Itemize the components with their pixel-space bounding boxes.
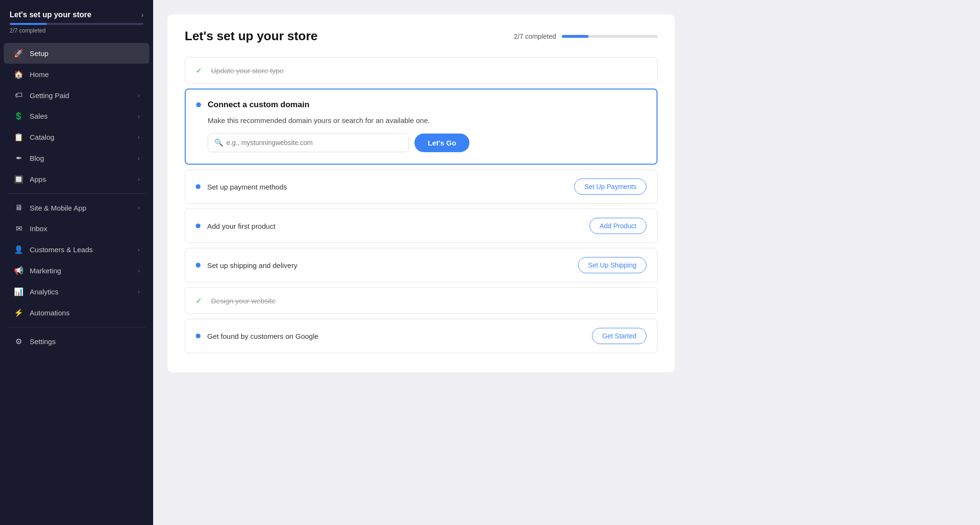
automations-icon: ⚡ [13,308,24,317]
domain-input[interactable] [208,133,409,152]
sidebar-item-label-analytics: Analytics [30,288,138,296]
domain-input-wrap: 🔍 [208,133,409,152]
sidebar-item-getting-paid[interactable]: 🏷 Getting Paid › [4,85,149,105]
task-label-custom-domain: Connect a custom domain [208,100,310,110]
sidebar-item-customers-leads[interactable]: 👤 Customers & Leads › [4,239,149,260]
task-item-first-product: Add your first product Add Product [185,209,657,243]
sidebar-progress-label: 2/7 completed [10,27,144,34]
task-label-shipping: Set up shipping and delivery [207,261,297,269]
card-header: Let's set up your store 2/7 completed [185,29,657,44]
nav-divider [8,193,145,194]
task-left-payment: Set up payment methods [196,183,287,191]
task-btn-payment[interactable]: Set Up Payments [574,179,646,195]
task-left-shipping: Set up shipping and delivery [196,261,297,269]
settings-icon: ⚙ [13,337,24,346]
sidebar-item-label-home: Home [30,70,140,78]
task-item-google: Get found by customers on Google Get Sta… [185,319,657,353]
inbox-icon: ✉ [13,224,24,233]
sidebar-item-label-settings: Settings [30,337,140,346]
card-progress: 2/7 completed [514,33,657,40]
sidebar-item-label-marketing: Marketing [30,267,138,275]
task-dot-shipping [196,263,200,268]
sidebar-item-analytics[interactable]: 📊 Analytics › [4,281,149,302]
task-btn-shipping[interactable]: Set Up Shipping [578,257,646,273]
task-label-design: Design your website [211,297,276,305]
home-icon: 🏠 [13,70,24,79]
card-progress-fill [562,35,589,38]
sidebar-setup-header[interactable]: Let's set up your store › 2/7 completed [0,0,153,39]
sidebar-item-home[interactable]: 🏠 Home [4,64,149,85]
tasks-list: ✓ Update your store type Connect a custo… [185,57,657,353]
chevron-icon-analytics: › [138,289,140,295]
sidebar-item-sales[interactable]: 💲 Sales › [4,106,149,126]
task-dot-payment [196,184,200,189]
sidebar-progress-bar [10,23,144,25]
task-btn-google[interactable]: Get Started [592,328,646,344]
getting-paid-icon: 🏷 [13,91,24,100]
main-content: Let's set up your store 2/7 completed ✓ … [153,0,980,525]
card-progress-bar [562,35,657,38]
chevron-icon-site-mobile-app: › [138,204,140,211]
sidebar-item-label-inbox: Inbox [30,224,140,233]
sidebar-nav: 🚀 Setup 🏠 Home 🏷 Getting Paid › 💲 Sales … [0,39,153,525]
task-label-store-type: Update your store type [211,67,284,75]
task-label-payment: Set up payment methods [207,183,287,191]
chevron-icon-blog: › [138,155,140,162]
task-dot-google [196,334,200,338]
nav-divider [8,327,145,327]
blog-icon: ✒ [13,154,24,163]
setup-card: Let's set up your store 2/7 completed ✓ … [167,14,675,372]
task-item-store-type: ✓ Update your store type [185,57,657,84]
sidebar-item-label-catalog: Catalog [30,133,138,141]
sidebar-item-catalog[interactable]: 📋 Catalog › [4,127,149,147]
sidebar-item-inbox[interactable]: ✉ Inbox [4,218,149,239]
task-label-google: Get found by customers on Google [207,332,319,340]
chevron-icon-catalog: › [138,134,140,141]
task-left-design: ✓ Design your website [196,296,276,305]
chevron-icon-marketing: › [138,268,140,274]
check-icon-store-type: ✓ [196,66,204,75]
sidebar: Let's set up your store › 2/7 completed … [0,0,153,525]
task-item-shipping: Set up shipping and delivery Set Up Ship… [185,248,657,282]
sales-icon: 💲 [13,112,24,121]
chevron-icon-getting-paid: › [138,92,140,99]
sidebar-item-blog[interactable]: ✒ Blog › [4,148,149,168]
sidebar-item-label-site-mobile-app: Site & Mobile App [30,204,138,212]
sidebar-progress-fill [10,23,47,25]
active-task-header: Connect a custom domain [196,100,646,110]
sidebar-item-label-setup: Setup [30,49,140,57]
sidebar-item-settings[interactable]: ⚙ Settings [4,331,149,352]
chevron-icon-apps: › [138,176,140,183]
domain-search-row: 🔍 Let's Go [208,133,646,152]
catalog-icon: 📋 [13,133,24,142]
sidebar-item-label-sales: Sales [30,112,138,120]
site-mobile-app-icon: 🖥 [13,203,24,212]
task-left-store-type: ✓ Update your store type [196,66,284,75]
lets-go-button[interactable]: Let's Go [414,134,469,152]
setup-icon: 🚀 [13,49,24,58]
sidebar-item-label-automations: Automations [30,309,140,317]
task-btn-first-product[interactable]: Add Product [590,218,646,234]
sidebar-item-marketing[interactable]: 📢 Marketing › [4,260,149,281]
task-desc-custom-domain: Make this recommended domain yours or se… [208,116,646,124]
apps-icon: 🔲 [13,175,24,184]
sidebar-item-apps[interactable]: 🔲 Apps › [4,169,149,190]
search-icon: 🔍 [214,138,223,147]
sidebar-item-automations[interactable]: ⚡ Automations [4,302,149,323]
check-icon-design: ✓ [196,296,204,305]
chevron-icon-customers-leads: › [138,246,140,253]
task-dot-first-product [196,223,200,228]
card-title: Let's set up your store [185,29,318,44]
chevron-icon-sales: › [138,113,140,120]
sidebar-item-setup[interactable]: 🚀 Setup [4,43,149,64]
task-left-google: Get found by customers on Google [196,332,319,340]
sidebar-header-title: Let's set up your store [10,11,91,19]
customers-leads-icon: 👤 [13,245,24,254]
sidebar-item-site-mobile-app[interactable]: 🖥 Site & Mobile App › [4,198,149,218]
task-item-payment: Set up payment methods Set Up Payments [185,169,657,204]
sidebar-item-label-customers-leads: Customers & Leads [30,246,138,254]
sidebar-item-label-getting-paid: Getting Paid [30,91,138,100]
analytics-icon: 📊 [13,287,24,296]
task-left-first-product: Add your first product [196,222,276,230]
sidebar-header-chevron-icon: › [141,11,144,19]
